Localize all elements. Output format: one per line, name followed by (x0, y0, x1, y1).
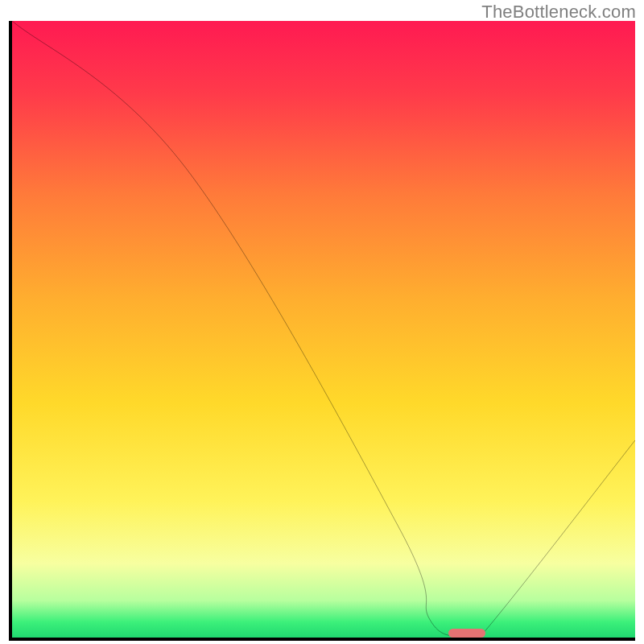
chart-frame: TheBottleneck.com (0, 0, 644, 644)
optimal-marker (448, 629, 485, 638)
curve-path (12, 21, 635, 638)
plot-axes (9, 21, 635, 641)
watermark-text: TheBottleneck.com (481, 2, 636, 23)
bottleneck-curve (12, 21, 635, 638)
plot-area (12, 21, 635, 638)
